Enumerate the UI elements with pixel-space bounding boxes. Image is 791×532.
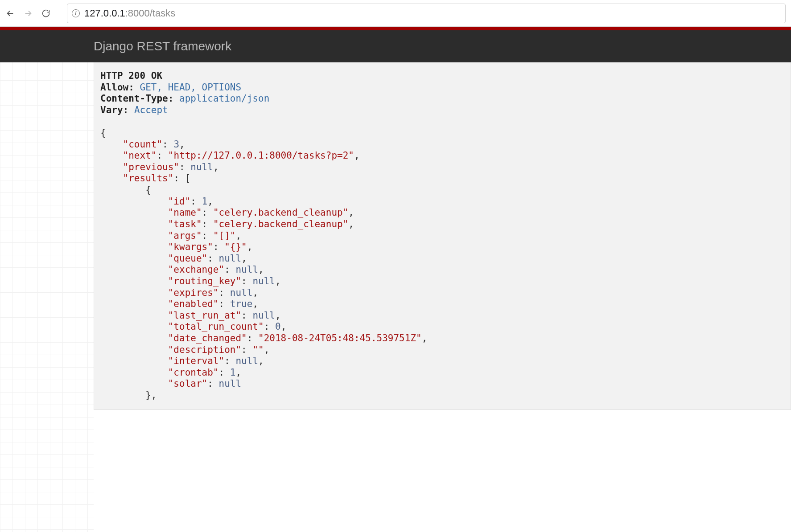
json-key: "task" [168,219,202,229]
content-wrap: HTTP 200 OK Allow: GET, HEAD, OPTIONS Co… [0,62,791,410]
json-value: null [252,276,275,286]
json-value: "{}" [224,241,247,252]
json-key: "date_changed" [168,333,247,344]
json-key: "crontab" [168,367,219,378]
nav-buttons [5,8,51,18]
json-value: null [235,356,258,366]
arrow-left-icon [5,8,15,18]
drf-header: Django REST framework [0,30,791,62]
json-key: "count" [123,139,163,150]
drf-brand-link[interactable]: Django REST framework [94,39,231,53]
json-value: "2018-08-24T05:48:45.539751Z" [258,333,422,344]
json-key: "total_run_count" [168,321,264,332]
json-value: null [219,378,242,389]
json-key: "args" [168,230,202,241]
json-value: null [190,162,213,172]
json-key: "interval" [168,356,224,366]
json-key: "routing_key" [168,276,241,286]
accent-bar [0,27,791,30]
forward-button[interactable] [23,8,33,18]
reload-button[interactable] [41,8,51,18]
allow-label: Allow: [100,82,134,93]
json-key: "exchange" [168,264,224,275]
json-key: "previous" [123,162,179,172]
json-key: "results" [123,173,174,184]
json-value: null [230,287,253,298]
browser-toolbar: i 127.0.0.1:8000/tasks [0,0,791,27]
json-value: 0 [275,321,281,332]
json-key: "last_run_at" [168,310,241,321]
json-value: true [230,299,253,309]
json-value: "celery.backend_cleanup" [213,207,348,218]
json-value: "celery.backend_cleanup" [213,219,348,229]
status-line: HTTP 200 OK [100,70,162,81]
arrow-right-icon [23,8,33,18]
json-key: "next" [123,150,157,161]
json-value: null [219,253,242,264]
json-key: "expires" [168,287,219,298]
json-key: "queue" [168,253,208,264]
json-value: "http://127.0.0.1:8000/tasks?p=2" [168,150,354,161]
allow-value: GET, HEAD, OPTIONS [140,82,242,93]
json-value: null [235,264,258,275]
response-panel: HTTP 200 OK Allow: GET, HEAD, OPTIONS Co… [94,62,791,410]
vary-value: Accept [134,105,168,115]
json-value: 3 [173,139,179,150]
vary-label: Vary: [100,105,128,115]
json-value: "" [252,344,264,355]
json-value: null [252,310,275,321]
content-type-label: Content-Type: [100,93,173,104]
url-bar[interactable]: i 127.0.0.1:8000/tasks [67,4,786,23]
json-key: "solar" [168,378,208,389]
content-type-value: application/json [179,93,269,104]
json-key: "id" [168,196,191,207]
reload-icon [41,9,50,18]
json-key: "name" [168,207,202,218]
url-text: 127.0.0.1:8000/tasks [84,8,175,19]
json-value: 1 [202,196,208,207]
json-value: 1 [230,367,236,378]
back-button[interactable] [5,8,15,18]
json-value: "[]" [213,230,236,241]
json-key: "kwargs" [168,241,213,252]
json-key: "enabled" [168,299,219,309]
site-info-icon[interactable]: i [72,9,80,17]
json-key: "description" [168,344,241,355]
